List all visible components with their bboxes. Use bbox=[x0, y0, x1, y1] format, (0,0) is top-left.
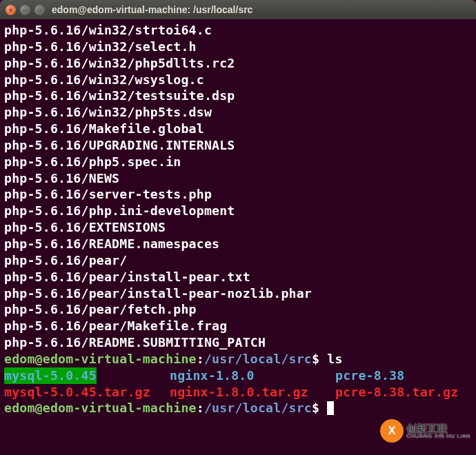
ls-directory: pcre-8.38 bbox=[335, 368, 404, 383]
prompt-path: /usr/local/src bbox=[204, 352, 312, 366]
prompt-line: edom@edom-virtual-machine:/usr/local/src… bbox=[4, 351, 472, 367]
prompt-path: /usr/local/src bbox=[204, 401, 312, 415]
command-text: ls bbox=[327, 352, 342, 366]
output-line: php-5.6.16/server-tests.php bbox=[4, 186, 472, 203]
maximize-icon[interactable]: ▫ bbox=[34, 5, 45, 15]
output-line: php-5.6.16/pear/ bbox=[4, 252, 472, 269]
prompt-dollar: $ bbox=[312, 401, 319, 415]
output-line: php-5.6.16/php5.spec.in bbox=[4, 154, 472, 170]
window-controls: × ‒ ▫ bbox=[6, 5, 45, 15]
output-line: php-5.6.16/NEWS bbox=[4, 170, 472, 187]
output-line: php-5.6.16/README.namespaces bbox=[4, 236, 472, 252]
output-line: php-5.6.16/php.ini-development bbox=[4, 203, 472, 219]
output-line: php-5.6.16/win32/wsyslog.c bbox=[4, 72, 472, 88]
ls-archive: pcre-8.38.tar.gz bbox=[335, 385, 458, 399]
output-line: php-5.6.16/win32/php5ts.dsw bbox=[4, 104, 472, 121]
output-line: php-5.6.16/Makefile.global bbox=[4, 121, 472, 137]
output-line: php-5.6.16/pear/Makefile.frag bbox=[4, 318, 472, 334]
window-titlebar: × ‒ ▫ edom@edom-virtual-machine: /usr/lo… bbox=[0, 0, 476, 19]
output-line: php-5.6.16/pear/install-pear-nozlib.phar bbox=[4, 285, 472, 302]
output-line: php-5.6.16/win32/strtoi64.c bbox=[4, 22, 472, 39]
output-line: php-5.6.16/pear/fetch.php bbox=[4, 301, 472, 318]
prompt-separator: : bbox=[197, 401, 204, 415]
output-line: php-5.6.16/win32/php5dllts.rc2 bbox=[4, 55, 472, 72]
prompt-user-host: edom@edom-virtual-machine bbox=[4, 352, 197, 366]
close-icon[interactable]: × bbox=[6, 5, 16, 15]
output-line: php-5.6.16/EXTENSIONS bbox=[4, 219, 472, 236]
cursor-icon bbox=[327, 401, 334, 415]
minimize-icon[interactable]: ‒ bbox=[20, 5, 30, 15]
output-line: php-5.6.16/README.SUBMITTING_PATCH bbox=[4, 334, 472, 351]
window-title: edom@edom-virtual-machine: /usr/local/sr… bbox=[52, 4, 252, 15]
ls-row: mysql-5.0.45.tar.gz nginx-1.8.0.tar.gz p… bbox=[4, 384, 472, 401]
prompt-separator: : bbox=[197, 352, 204, 366]
ls-archive: mysql-5.0.45.tar.gz bbox=[4, 385, 150, 399]
ls-directory: mysql-5.0.45 bbox=[4, 367, 97, 384]
terminal-body[interactable]: php-5.6.16/win32/strtoi64.c php-5.6.16/w… bbox=[0, 19, 476, 455]
output-line: php-5.6.16/pear/install-pear.txt bbox=[4, 269, 472, 285]
ls-row: mysql-5.0.45 nginx-1.8.0 pcre-8.38 bbox=[4, 367, 472, 384]
ls-directory: nginx-1.8.0 bbox=[170, 368, 255, 383]
output-line: php-5.6.16/win32/select.h bbox=[4, 39, 472, 55]
ls-archive: nginx-1.8.0.tar.gz bbox=[170, 385, 308, 399]
output-line: php-5.6.16/win32/testsuite.dsp bbox=[4, 88, 472, 104]
prompt-dollar: $ bbox=[312, 352, 319, 366]
prompt-line: edom@edom-virtual-machine:/usr/local/src… bbox=[4, 400, 472, 416]
output-line: php-5.6.16/UPGRADING.INTERNALS bbox=[4, 137, 472, 154]
prompt-user-host: edom@edom-virtual-machine bbox=[4, 401, 197, 415]
